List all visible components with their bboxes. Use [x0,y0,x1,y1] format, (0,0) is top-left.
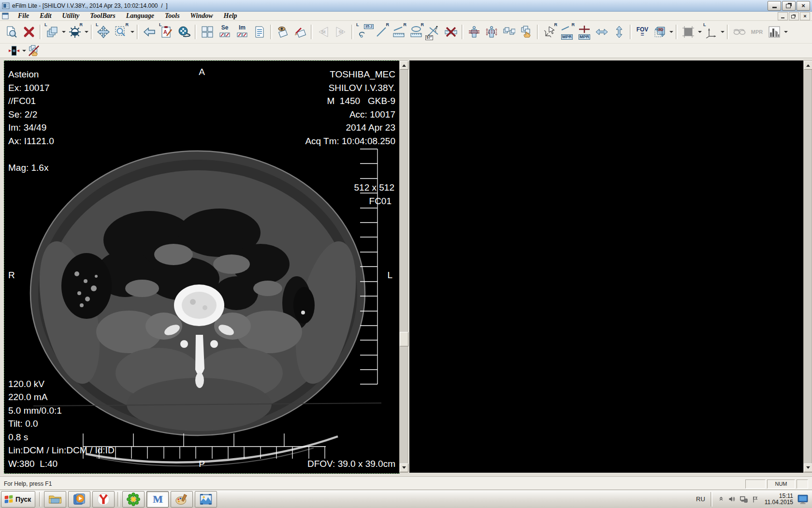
task-button-media-player[interactable] [68,491,90,508]
mpr-orthogonal-button[interactable]: MPR [576,24,593,40]
menu-tools[interactable]: Tools [160,12,185,20]
compress-image-dropdown[interactable] [21,43,27,59]
child-restore-button[interactable] [789,12,799,20]
shutter-dropdown[interactable] [697,24,702,40]
window-title: eFilm Lite - [SHILOV I.V.38Y., 2014 Apr … [12,2,768,9]
scroll-up-arrow[interactable] [400,61,408,70]
shutter-button[interactable] [680,24,696,40]
menu-file[interactable]: File [13,12,34,20]
action-center-flag-icon[interactable] [752,495,759,503]
svg-text:θ: θ [435,27,437,30]
volume-3d-dropdown[interactable] [668,24,674,40]
scroll-up-arrow[interactable] [804,61,812,70]
localizer-first-last-button[interactable] [483,24,500,40]
open-images-button[interactable] [3,24,20,40]
window-level-dropdown[interactable] [84,24,89,40]
task-button-paint[interactable] [171,491,193,508]
overlay-visibility-button[interactable] [275,24,291,40]
overlay-bottom-left: 120.0 kV220.0 mA5.0 mm/0.0:1Tilt: 0.00.8… [8,377,115,471]
link-series-button[interactable] [501,24,517,40]
task-button-explorer[interactable] [44,491,66,508]
zoom-tool-dropdown[interactable] [130,24,135,40]
drag-series-off-button[interactable] [27,45,41,57]
close-button[interactable]: × [797,1,810,11]
task-button-yandex-browser[interactable] [92,491,115,508]
ellipse-tool-button[interactable]: R [408,24,424,40]
scroll-down-arrow[interactable] [804,463,812,472]
angle-tool-button[interactable]: θ57° [425,24,442,40]
compress-image-button[interactable] [7,45,21,57]
task-button-image-viewer[interactable] [195,491,217,508]
orientation-left: L [387,270,392,281]
child-window-icon [2,13,9,19]
display-tray-icon[interactable] [797,493,809,505]
start-button[interactable]: Пуск [1,491,35,508]
orientation-axes-button[interactable]: L [703,24,719,40]
mdi-client-area: AsteionEx: 10017//FC01Se: 2/2Im: 34/49Ax… [0,58,812,477]
flip-horizontal-button[interactable] [594,24,610,40]
window-level-button[interactable]: R [67,24,83,40]
overlay-text-button[interactable] [251,24,268,40]
image-layers-dropdown[interactable] [61,24,66,40]
delete-measurements-button[interactable] [443,24,459,40]
annotations-button[interactable]: AL [159,24,175,40]
probe-tool-button[interactable]: 35.2L [356,24,372,40]
series-layout-button[interactable]: Se [217,24,233,40]
language-indicator[interactable]: RU [696,495,705,503]
menu-utility[interactable]: Utility [57,12,85,20]
menu-help[interactable]: Help [218,12,243,20]
fov-reset-button[interactable]: FOV = [634,24,651,40]
close-study-button[interactable] [21,24,37,40]
restore-button[interactable] [782,1,796,11]
menu-toolbars[interactable]: ToolBars [85,12,120,20]
status-pane-3 [797,479,808,489]
flip-vertical-button[interactable] [611,24,627,40]
scroll-thumb[interactable] [400,332,408,346]
empty-image-cell[interactable] [409,60,803,473]
menu-edit[interactable]: Edit [34,12,57,20]
cine-button[interactable] [176,24,192,40]
overlay-top-right: TOSHIBA_MECSHILOV I.V.38Y.M 1450 GKB-9Ac… [305,68,395,148]
orientation-axes-dropdown[interactable] [720,24,725,40]
system-tray: RU 15:11 11.04.2015 [696,492,811,507]
toolbar-separator [40,25,42,39]
overlay-line: 5.0 mm/0.0:1 [8,404,115,418]
overlay-line [8,148,54,161]
ruler-tool-button[interactable]: R [391,24,407,40]
volume-3d-button[interactable]: 3D [652,24,668,40]
overlay-dfov: DFOV: 39.0 x 39.0cm [307,457,395,471]
reset-view-button[interactable] [141,24,158,40]
histogram-button[interactable] [766,24,783,40]
histogram-dropdown[interactable] [783,24,788,40]
menu-language[interactable]: Language [121,12,160,20]
overlay-edit-button[interactable] [292,24,308,40]
localizer-lines-button[interactable] [466,24,482,40]
layout-grid-button[interactable] [199,24,216,40]
tray-expand-chevron-icon[interactable] [718,496,725,503]
image-layout-button[interactable]: Im [234,24,250,40]
network-icon[interactable] [740,495,748,504]
line-tool-button[interactable]: R [373,24,390,40]
image-layers-button[interactable]: L [44,24,60,40]
cursor-3d-button[interactable]: R [541,24,558,40]
overlay-line: //FC01 [8,94,54,108]
image-scrollbar[interactable] [399,60,408,473]
ct-image-cell-selected[interactable]: AsteionEx: 10017//FC01Se: 2/2Im: 34/49Ax… [4,60,400,474]
minimize-button[interactable] [768,1,781,11]
child-close-button[interactable]: × [800,12,810,20]
clock[interactable]: 15:11 11.04.2015 [765,493,793,506]
volume-icon[interactable] [728,495,736,503]
scroll-down-arrow[interactable] [400,463,408,472]
overlay-filter: FC01 [369,194,392,208]
zoom-tool-button[interactable]: R [113,24,129,40]
child-minimize-button[interactable] [778,12,788,20]
mpr-oblique-button[interactable]: MPRR [559,24,575,40]
drag-series-button[interactable] [518,24,535,40]
task-button-efilm[interactable]: M [146,491,169,508]
menu-window[interactable]: Window [185,12,218,20]
right-cell-scrollbar[interactable] [803,60,812,473]
overlay-line: W:380 L:40 [8,457,115,471]
task-button-icq[interactable] [122,491,145,508]
efilm-icon: M [153,493,163,506]
pan-tool-button[interactable]: L [95,24,112,40]
